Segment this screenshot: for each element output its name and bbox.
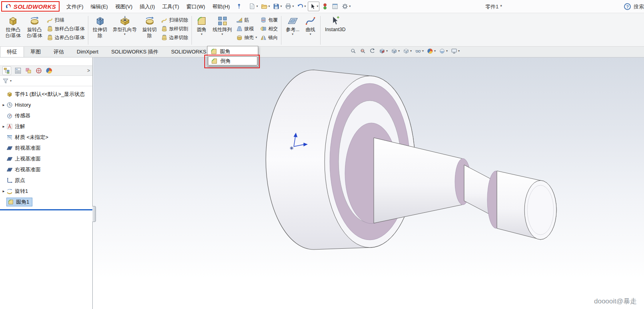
featuremanager-tab[interactable] xyxy=(2,66,11,75)
displaymanager-tab-icon[interactable] xyxy=(46,67,53,74)
save-icon xyxy=(273,3,280,10)
ribbon-button-mirror[interactable]: 镜向 xyxy=(260,34,278,41)
selected-tree-item[interactable]: 圆角1 xyxy=(6,198,32,206)
ribbon-button-draft[interactable]: 拔模 xyxy=(236,25,257,32)
part-3d-model[interactable] xyxy=(93,57,644,309)
ribbon-button-lofted-boss[interactable]: 放样凸台/基体 xyxy=(47,25,85,32)
tab-features[interactable]: 特征 xyxy=(0,47,24,57)
ribbon-button-boundary-boss[interactable]: 边界凸台/基体 xyxy=(47,34,85,41)
save-button[interactable]: ▾ xyxy=(272,2,283,11)
expand-arrow-icon[interactable]: ▸ xyxy=(0,103,6,107)
sheet-format-button[interactable] xyxy=(331,2,339,11)
ribbon-separator xyxy=(88,16,88,45)
panel-expand-chevron-icon[interactable]: > xyxy=(87,68,90,73)
print-button[interactable]: ▾ xyxy=(284,2,295,11)
ribbon-small-column-wrap: 包覆 相交 镜向 xyxy=(259,14,279,46)
ribbon-button-intersect[interactable]: 相交 xyxy=(260,25,278,32)
ribbon-button-instant3d[interactable]: Instant3D xyxy=(322,14,348,46)
ribbon-button-revolved-boss[interactable]: 旋转凸 台/基体 xyxy=(24,14,45,46)
zoom-area-button[interactable] xyxy=(360,48,366,54)
menu-edit[interactable]: 编辑(E) xyxy=(87,0,112,13)
tab-solidworks-addins[interactable]: SOLIDWORKS 插件 xyxy=(105,47,165,57)
panel-splitter-handle[interactable] xyxy=(92,206,96,222)
edit-appearance-icon xyxy=(427,48,433,54)
options-button[interactable]: ▾ xyxy=(341,2,351,11)
tree-item-annotations[interactable]: ▸ 注解 xyxy=(0,121,92,132)
ribbon-button-boundary-cut[interactable]: 边界切除 xyxy=(161,34,188,41)
menu-help[interactable]: 帮助(H) xyxy=(209,0,233,13)
revolve-feature-icon xyxy=(6,188,13,194)
extruded-cut-icon xyxy=(95,16,106,26)
pin-menu-icon[interactable] xyxy=(236,3,242,10)
ribbon-button-rib[interactable]: 筋 xyxy=(236,16,257,24)
ribbon-separator xyxy=(191,16,192,45)
tree-item-fillet1[interactable]: 圆角1 xyxy=(0,196,92,207)
ribbon-button-reference-geometry[interactable]: 参考... ▾ xyxy=(283,14,302,46)
tree-item-right-plane[interactable]: 右视基准面 xyxy=(0,164,92,175)
expand-arrow-icon[interactable]: ▸ xyxy=(0,189,6,193)
ribbon-button-curves[interactable]: 曲线 ▾ xyxy=(302,14,319,46)
featuremanager-tab-icon xyxy=(3,67,10,74)
select-tool-button[interactable]: ▾ xyxy=(308,2,319,11)
ribbon-button-swept-boss[interactable]: 扫描 xyxy=(47,16,85,24)
tab-evaluate[interactable]: 评估 xyxy=(47,47,70,57)
curves-icon xyxy=(305,16,316,26)
dimxpertmanager-tab-icon[interactable] xyxy=(35,67,42,74)
tree-item-front-plane[interactable]: 前视基准面 xyxy=(0,143,92,153)
draft-icon xyxy=(236,26,243,32)
ribbon-button-fillet[interactable]: 圆角 ▾ xyxy=(193,14,210,46)
new-document-button[interactable]: ▾ xyxy=(248,2,259,11)
tree-item-history[interactable]: ▸ History xyxy=(0,99,92,110)
view-orientation-button[interactable]: ▾ xyxy=(391,48,400,54)
menu-window[interactable]: 窗口(W) xyxy=(183,0,209,13)
ribbon-button-wrap[interactable]: 包覆 xyxy=(260,16,278,24)
chamfer-icon xyxy=(211,57,218,65)
tree-root-item[interactable]: 零件1 (默认<<默认>_显示状态 xyxy=(0,89,92,99)
edit-appearance-button[interactable]: ▾ xyxy=(427,48,436,54)
ribbon-button-lofted-cut[interactable]: 放样切割 xyxy=(161,25,188,32)
options-gear-icon xyxy=(341,3,349,10)
rollback-bar[interactable] xyxy=(0,209,92,210)
menu-view[interactable]: 视图(V) xyxy=(112,0,136,13)
tree-filter-row[interactable]: ▾ xyxy=(0,76,92,86)
menu-insert[interactable]: 插入(I) xyxy=(136,0,158,13)
tab-dimxpert[interactable]: DimXpert xyxy=(70,47,105,57)
rebuild-button[interactable] xyxy=(321,2,329,11)
display-style-button[interactable]: ▾ xyxy=(403,48,412,54)
tree-item-origin[interactable]: 原点 xyxy=(0,175,92,186)
menu-file[interactable]: 文件(F) xyxy=(63,0,87,13)
previous-view-button[interactable] xyxy=(369,48,376,54)
tree-item-sensors[interactable]: 传感器 xyxy=(0,110,92,121)
ribbon-button-extruded-cut[interactable]: 拉伸切 除 xyxy=(90,14,110,46)
propertymanager-tab-icon[interactable] xyxy=(14,67,22,74)
search-input[interactable]: 搜索 xyxy=(634,3,644,10)
open-button[interactable]: ▾ xyxy=(260,2,271,11)
ribbon-button-hole-wizard[interactable]: 异型孔向导 ▾ xyxy=(110,14,140,46)
tab-sketch[interactable]: 草图 xyxy=(24,47,47,57)
plane-icon xyxy=(6,156,13,162)
configurationmanager-tab-icon[interactable] xyxy=(25,67,32,74)
menu-tools[interactable]: 工具(T) xyxy=(159,0,183,13)
ribbon-button-linear-pattern[interactable]: 线性阵列 ▾ xyxy=(210,14,235,46)
hide-show-items-icon xyxy=(415,48,421,54)
view-settings-button[interactable]: ▾ xyxy=(451,48,460,54)
graphics-viewport[interactable]: dooooit@暴走 xyxy=(93,57,644,309)
zoom-fit-button[interactable] xyxy=(350,48,357,54)
tree-item-top-plane[interactable]: 上视基准面 xyxy=(0,153,92,164)
menu-item-chamfer[interactable]: 倒角 xyxy=(208,56,257,65)
manager-tab-strip: > xyxy=(0,65,92,76)
help-icon[interactable]: ? xyxy=(624,3,631,10)
ribbon-button-swept-cut[interactable]: 扫描切除 xyxy=(161,16,188,24)
hide-show-items-button[interactable]: ▾ xyxy=(415,48,424,54)
undo-button[interactable]: ▾ xyxy=(296,2,307,11)
ribbon-button-shell[interactable]: 抽壳▾ xyxy=(236,34,257,41)
view-orientation-icon xyxy=(391,48,397,54)
tree-item-revolve1[interactable]: ▸ 旋转1 xyxy=(0,186,92,196)
section-view-button[interactable]: ▾ xyxy=(379,48,388,54)
menu-item-fillet[interactable]: 圆角 xyxy=(208,47,257,56)
ribbon-button-extruded-boss[interactable]: 拉伸凸 台/基体 xyxy=(2,14,24,46)
ribbon-button-revolved-cut[interactable]: 旋转切 除 xyxy=(140,14,160,46)
tree-item-material[interactable]: 材质 <未指定> xyxy=(0,132,92,143)
expand-arrow-icon[interactable]: ▸ xyxy=(0,124,6,129)
apply-scene-button[interactable]: ▾ xyxy=(439,48,448,54)
